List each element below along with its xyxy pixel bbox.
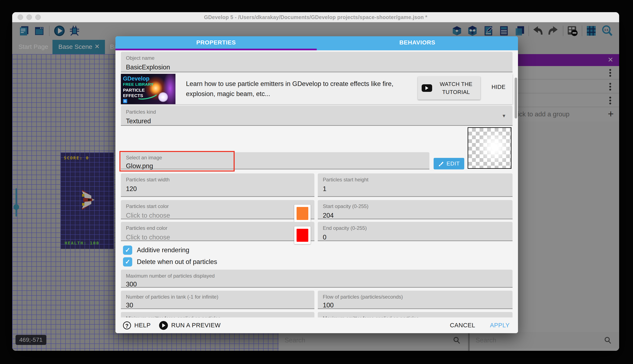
window-title: GDevelop 5 - /Users/dkarakay/Documents/G… [12, 14, 619, 20]
max-particles-value: 300 [126, 280, 507, 288]
start-width-label: Particles start width [126, 177, 309, 183]
start-color-field[interactable]: Particles start color Click to choose [121, 200, 314, 219]
end-opacity-value: 0 [323, 234, 507, 241]
particle-image-preview [468, 127, 511, 169]
tab-behaviors-label: BEHAVIORS [399, 39, 436, 46]
flow-field[interactable]: Flow of particles (particles/seconds) 10… [318, 290, 512, 309]
particles-kind-label: Particles kind [126, 109, 507, 115]
start-opacity-label: Start opacity (0-255) [323, 204, 507, 209]
app-window: GDevelop 5 - /Users/dkarakay/Documents/G… [12, 12, 619, 351]
end-color-swatch [296, 229, 308, 242]
brush-icon [438, 161, 444, 167]
select-image-label: Select an image [126, 155, 424, 160]
start-height-value: 1 [323, 185, 507, 193]
additive-rendering-row: ✓ Additive rendering [123, 246, 189, 255]
thumb-title: GDevelop [123, 76, 149, 82]
edit-image-button[interactable]: EDIT [434, 158, 464, 170]
watch-tutorial-label: WATCH THE TUTORIAL [436, 80, 477, 96]
watch-tutorial-button[interactable]: WATCH THE TUTORIAL [418, 76, 480, 100]
object-name-value: BasicExplosion [126, 64, 507, 71]
thumb-subtitle: FREE LIBRARY [123, 82, 154, 87]
run-preview-label: RUN A PREVIEW [171, 322, 221, 329]
run-preview-button[interactable]: RUN A PREVIEW [159, 321, 221, 330]
end-color-field[interactable]: Particles end color Click to choose [121, 222, 314, 241]
play-circle-icon [159, 321, 168, 330]
tab-behaviors[interactable]: BEHAVIORS [317, 36, 518, 49]
select-image-value: Glow.png [126, 162, 424, 170]
chevron-down-icon: ▼ [502, 113, 506, 119]
delete-when-out-label: Delete when out of particles [137, 258, 217, 266]
end-opacity-label: End opacity (0-255) [323, 225, 507, 231]
particles-kind-value: Textured [126, 118, 507, 125]
start-height-field[interactable]: Particles start height 1 [318, 174, 512, 197]
dialog-scrollbar-thumb[interactable] [515, 78, 517, 118]
tab-properties-label: PROPERTIES [196, 39, 236, 46]
hide-button[interactable]: HIDE [492, 84, 506, 90]
youtube-icon [422, 84, 432, 92]
end-color-swatch-button[interactable] [294, 226, 311, 244]
delete-when-out-checkbox[interactable]: ✓ [123, 257, 132, 266]
titlebar: GDevelop 5 - /Users/dkarakay/Documents/G… [12, 12, 619, 22]
object-properties-dialog: PROPERTIES BEHAVIORS Object name BasicEx… [115, 36, 518, 333]
gdevelop-logo: G [123, 99, 127, 103]
active-tab-underline [115, 49, 317, 50]
tank-label: Number of particles in tank (-1 for infi… [126, 294, 309, 300]
dialog-tabbar: PROPERTIES BEHAVIORS [115, 36, 518, 50]
start-width-field[interactable]: Particles start width 120 [121, 174, 314, 197]
additive-rendering-label: Additive rendering [137, 246, 189, 254]
start-color-swatch-button[interactable] [294, 205, 311, 222]
thumb-line3: PARTICLE [123, 88, 145, 93]
end-opacity-field[interactable]: End opacity (0-255) 0 [318, 222, 512, 241]
additive-rendering-checkbox[interactable]: ✓ [123, 246, 132, 255]
tutorial-thumbnail[interactable]: GDevelop FREE LIBRARY PARTICLE EFFECTS G [121, 74, 175, 104]
flow-value: 100 [323, 302, 507, 309]
tank-value: 30 [126, 302, 309, 309]
max-particles-label: Maximum number of particles displayed [126, 273, 507, 279]
tank-field[interactable]: Number of particles in tank (-1 for infi… [121, 290, 314, 309]
tutorial-text: Learn how to use particle emitters in GD… [186, 79, 413, 99]
object-name-field[interactable]: Object name BasicExplosion [121, 52, 512, 72]
thumb-orb-art [158, 92, 168, 102]
start-color-swatch [296, 207, 308, 220]
cancel-button[interactable]: CANCEL [450, 322, 475, 329]
start-color-placeholder: Click to choose [126, 212, 309, 219]
end-color-label: Particles end color [126, 225, 309, 231]
dialog-footer: ? HELP RUN A PREVIEW CANCEL APPLY [115, 318, 518, 333]
help-button[interactable]: ? HELP [123, 322, 151, 330]
particles-kind-select[interactable]: Particles kind Textured ▼ [121, 106, 512, 126]
start-opacity-value: 204 [323, 212, 507, 219]
tutorial-banner: GDevelop FREE LIBRARY PARTICLE EFFECTS G… [121, 74, 512, 104]
start-width-value: 120 [126, 185, 309, 193]
delete-when-out-row: ✓ Delete when out of particles [123, 257, 217, 266]
start-height-label: Particles start height [323, 177, 507, 183]
end-color-placeholder: Click to choose [126, 234, 309, 241]
start-color-label: Particles start color [126, 204, 309, 209]
thumb-line4: EFFECTS [123, 93, 143, 98]
edit-button-label: EDIT [446, 160, 460, 167]
tab-properties[interactable]: PROPERTIES [115, 36, 317, 49]
select-image-field[interactable]: Select an image Glow.png [121, 152, 429, 170]
help-icon: ? [123, 322, 131, 330]
apply-button[interactable]: APPLY [490, 322, 510, 329]
max-particles-field[interactable]: Maximum number of particles displayed 30… [121, 270, 512, 288]
help-label: HELP [134, 322, 151, 329]
flow-label: Flow of particles (particles/seconds) [323, 294, 507, 300]
start-opacity-field[interactable]: Start opacity (0-255) 204 [318, 200, 512, 219]
object-name-label: Object name [126, 55, 507, 61]
